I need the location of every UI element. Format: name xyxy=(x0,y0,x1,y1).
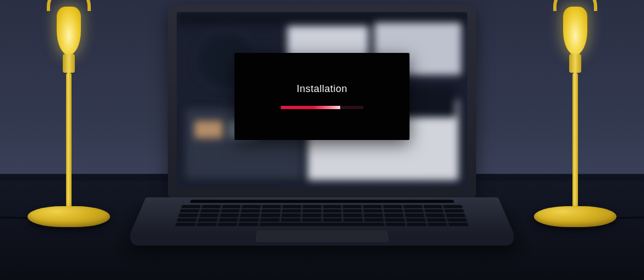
touch-bar xyxy=(190,200,454,203)
lamp-base xyxy=(28,206,110,227)
lamp-socket xyxy=(569,54,581,73)
trackpad xyxy=(255,230,388,241)
keyboard xyxy=(175,205,470,227)
progress-bar xyxy=(281,106,363,109)
installation-dialog: Installation xyxy=(234,53,410,140)
laptop-lid: Installation xyxy=(168,4,476,197)
laptop-screen: Installation xyxy=(177,12,467,187)
installation-title: Installation xyxy=(297,83,347,95)
progress-bar-fill xyxy=(281,106,340,109)
scene-photo: Installation xyxy=(0,0,644,280)
desk-lamp-right xyxy=(528,7,622,227)
lightbulb-icon xyxy=(563,7,587,55)
desk-lamp-left xyxy=(22,7,116,227)
laptop-deck xyxy=(125,197,519,246)
lightbulb-icon xyxy=(57,7,81,55)
lamp-socket xyxy=(63,54,75,73)
lamp-base xyxy=(534,206,616,227)
laptop: Installation xyxy=(146,4,498,274)
lamp-stem xyxy=(572,73,578,211)
lamp-stem xyxy=(66,73,72,211)
